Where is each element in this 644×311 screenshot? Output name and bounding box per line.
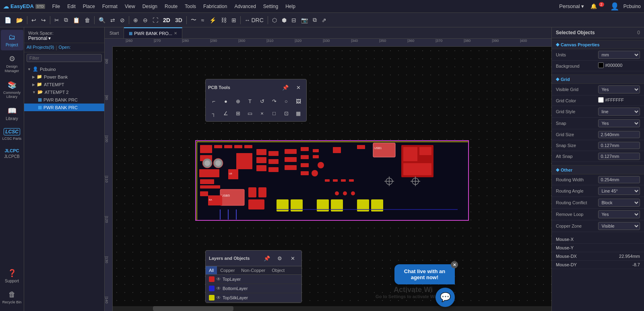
alt-snap-input[interactable] <box>598 153 640 160</box>
menu-advanced[interactable]: Advanced <box>231 2 259 11</box>
tree-item-pcbuino[interactable]: ▼ 👤 Pcbuino <box>24 65 104 73</box>
2d-btn[interactable]: 2D <box>161 16 172 25</box>
tree-item-pwrbank1[interactable]: ▦ PWR BANK PRC <box>24 96 104 104</box>
canvas-scrollbar-horizontal[interactable] <box>113 306 551 311</box>
sidebar-item-commonly-library[interactable]: 📚 Commonly Library <box>1 77 23 103</box>
menu-format[interactable]: Format <box>99 2 121 11</box>
search-btn[interactable]: 🔍 <box>97 16 107 25</box>
tab-close-btn[interactable]: ✕ <box>174 31 177 35</box>
pcb-tool-arc1[interactable]: ↺ <box>256 95 268 107</box>
sidebar-item-jlcpcb[interactable]: JLCPC JLCPCB <box>1 145 23 162</box>
layer-tab-object[interactable]: Object <box>268 266 288 274</box>
grid-color-swatch[interactable]: #FFFFFF <box>598 97 624 103</box>
paste-btn[interactable]: 📋 <box>71 16 82 25</box>
sidebar-item-design-manager[interactable]: ⚙ Design Manager <box>1 51 23 77</box>
units-select[interactable]: mm mil inch <box>598 51 640 59</box>
routing-conflict-select[interactable]: Block Ignore <box>598 199 640 207</box>
visible-grid-select[interactable]: Yes No <box>598 85 640 93</box>
workspace-name[interactable]: Personal ▾ <box>28 35 100 41</box>
chat-close-btn[interactable]: ✕ <box>451 261 458 268</box>
new-file-btn[interactable]: 📄 <box>2 16 13 25</box>
pcb-tool-measure[interactable]: ⊞ <box>232 108 244 119</box>
canvas-properties-header[interactable]: ◆ Canvas Properties <box>552 40 644 49</box>
tree-item-power-bank[interactable]: ▶ 📁 Power Bank <box>24 73 104 81</box>
other-header[interactable]: ◆ Other <box>552 165 644 174</box>
layer-row-top[interactable]: 👁 TopLayer <box>206 275 301 284</box>
photo-btn[interactable]: 📷 <box>299 16 310 25</box>
route-btn-3[interactable]: ⚡ <box>207 16 218 25</box>
tab-start[interactable]: Start <box>105 27 124 38</box>
menu-design[interactable]: Design <box>139 2 161 11</box>
menu-file[interactable]: File <box>49 2 63 11</box>
sidebar-item-support[interactable]: ❓ Support <box>1 265 23 286</box>
copper-zone-select[interactable]: Visible Hidden <box>598 222 640 230</box>
sidebar-item-library[interactable]: 📖 Library <box>1 103 23 124</box>
clear-btn[interactable]: ⊘ <box>118 16 127 25</box>
menu-place[interactable]: Place <box>80 2 98 11</box>
share-btn[interactable]: ⇗ <box>320 16 328 25</box>
background-swatch[interactable]: #000000 <box>598 62 623 68</box>
zoom-fit-btn[interactable]: ⛶ <box>151 16 160 25</box>
pcb-tools-pin[interactable]: 📌 <box>280 82 291 93</box>
remove-loop-select[interactable]: Yes No <box>598 210 640 218</box>
sidebar-item-project[interactable]: 🗂 Project <box>1 30 23 50</box>
open-tab[interactable]: Open: <box>59 45 71 50</box>
layers-close[interactable]: ✕ <box>287 253 298 264</box>
menu-setting[interactable]: Setting <box>260 2 281 11</box>
pcb-tool-circle[interactable]: ○ <box>281 95 292 107</box>
grid-style-select[interactable]: line dot <box>598 108 640 116</box>
pcb-tool-via[interactable]: ● <box>220 95 231 107</box>
tree-item-pwrbank2[interactable]: ▦ PWR BANK PRC <box>24 104 104 111</box>
filter-input[interactable] <box>27 54 102 62</box>
routing-width-input[interactable] <box>598 176 640 183</box>
grid-header[interactable]: ◆ Grid <box>552 75 644 84</box>
grid-size-input[interactable] <box>598 131 640 138</box>
zoom-out-btn[interactable]: ⊖ <box>141 16 150 25</box>
all-projects-tab[interactable]: All Projects(9) <box>27 45 54 50</box>
pcb-canvas[interactable]: USB5 <box>113 47 551 311</box>
tab-pwrbank[interactable]: ▦ PWR BANK PRO... ✕ <box>124 27 182 38</box>
menu-fabrication[interactable]: Fabrication <box>200 2 230 11</box>
notification-bell[interactable]: 🔔 <box>588 2 599 10</box>
pcb-tool-grid-square[interactable]: ⊡ <box>281 108 292 119</box>
pcb-tool-image[interactable]: 🖼 <box>293 95 304 107</box>
pcb-tool-route[interactable]: ⌐ <box>208 95 219 107</box>
layers-pin[interactable]: 📌 <box>261 253 272 264</box>
find-replace-btn[interactable]: ⇄ <box>108 16 117 25</box>
redo-btn[interactable]: ↪ <box>39 16 48 25</box>
menu-view[interactable]: View <box>122 2 138 11</box>
user-avatar[interactable]: 👤 <box>608 1 621 12</box>
toplayer-eye[interactable]: 👁 <box>216 276 221 282</box>
3d-btn[interactable]: 3D <box>173 16 184 25</box>
menu-edit[interactable]: Edit <box>64 2 79 11</box>
zoom-in-btn[interactable]: ⊕ <box>131 16 140 25</box>
routing-angle-select[interactable]: Line 45° Line 90° Free <box>598 187 640 195</box>
pcb-tool-text[interactable]: T <box>244 95 256 107</box>
layer-row-bottom[interactable]: 👁 BottomLayer <box>206 284 301 293</box>
layer-tab-all[interactable]: All <box>206 266 217 274</box>
chat-bubble[interactable]: 💬 <box>436 288 455 307</box>
menu-route[interactable]: Route <box>161 2 181 11</box>
pcb-tool-grid[interactable]: ▦ <box>293 108 304 119</box>
route-btn-1[interactable]: 〜 <box>189 15 198 25</box>
pcb-tools-close[interactable]: ✕ <box>293 82 304 93</box>
drc-btn[interactable]: ↔ DRC <box>243 16 266 25</box>
topsilk-eye[interactable]: 👁 <box>216 295 221 301</box>
bottomlayer-eye[interactable]: 👁 <box>216 286 221 291</box>
layers-settings[interactable]: ⚙ <box>274 253 285 264</box>
personal-dropdown[interactable]: Personal ▾ <box>557 2 586 10</box>
undo-btn[interactable]: ↩ <box>29 16 38 25</box>
fab-btn-3[interactable]: ⊟ <box>289 16 298 25</box>
layer-tab-copper[interactable]: Copper <box>217 266 238 274</box>
pcb-tool-x[interactable]: × <box>256 108 268 119</box>
tree-item-attempt2[interactable]: ▼ 📂 ATTEMPT 2 <box>24 88 104 96</box>
layer-tab-noncopper[interactable]: Non-Copper <box>238 266 268 274</box>
route-btn-2[interactable]: ≈ <box>199 16 206 25</box>
sidebar-item-lcsc[interactable]: LCSC LCSC Parts <box>1 125 23 144</box>
open-file-btn[interactable]: 📂 <box>14 16 25 25</box>
delete-btn[interactable]: 🗑 <box>83 16 92 25</box>
fab-btn-2[interactable]: ⬢ <box>280 16 289 25</box>
menu-tools[interactable]: Tools <box>182 2 199 11</box>
tree-item-attempt[interactable]: ▶ 📁 ATTEMPT <box>24 81 104 88</box>
cut-btn[interactable]: ✂ <box>52 16 61 25</box>
